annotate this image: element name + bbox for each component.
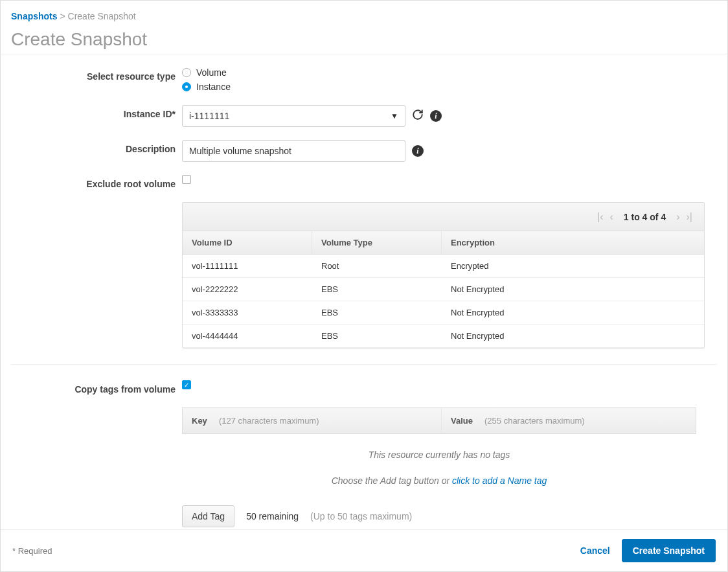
cell-volume-id: vol-2222222 bbox=[183, 278, 312, 301]
breadcrumb: Snapshots > Create Snapshot bbox=[1, 1, 727, 21]
cell-volume-type: EBS bbox=[312, 278, 442, 301]
instance-id-label: Instance ID* bbox=[1, 105, 182, 119]
tags-table-header: Key (127 characters maximum) Value (255 … bbox=[182, 407, 696, 434]
exclude-root-label: Exclude root volume bbox=[1, 175, 182, 189]
radio-icon bbox=[182, 68, 191, 77]
copy-tags-label: Copy tags from volume bbox=[1, 380, 182, 395]
tags-value-label: Value bbox=[451, 416, 473, 426]
table-row[interactable]: vol-4444444EBSNot Encrypted bbox=[183, 325, 704, 348]
table-pager: |‹ ‹ 1 to 4 of 4 › ›| bbox=[183, 203, 704, 231]
col-header-volume-id[interactable]: Volume ID bbox=[183, 231, 312, 254]
cell-volume-id: vol-1111111 bbox=[183, 255, 312, 277]
radio-label: Instance bbox=[196, 82, 231, 92]
cell-encryption: Not Encrypted bbox=[442, 325, 704, 347]
tags-empty-message-2: Choose the Add tag button or click to ad… bbox=[182, 475, 696, 486]
resource-type-volume-option[interactable]: Volume bbox=[182, 67, 231, 78]
description-label: Description bbox=[1, 140, 182, 154]
table-row[interactable]: vol-1111111RootEncrypted bbox=[183, 255, 704, 278]
tags-empty-message-1: This resource currently has no tags bbox=[182, 450, 696, 460]
tags-key-hint: (127 characters maximum) bbox=[219, 416, 319, 426]
breadcrumb-separator: > bbox=[60, 11, 65, 21]
info-icon[interactable]: i bbox=[412, 145, 424, 157]
resource-type-instance-option[interactable]: Instance bbox=[182, 82, 231, 92]
copy-tags-checkbox[interactable]: ✓ bbox=[182, 380, 191, 389]
caret-down-icon: ▼ bbox=[391, 111, 398, 120]
volumes-table: |‹ ‹ 1 to 4 of 4 › ›| Volume ID Volume T… bbox=[182, 202, 705, 349]
table-row[interactable]: vol-3333333EBSNot Encrypted bbox=[183, 301, 704, 325]
create-snapshot-page: Snapshots > Create Snapshot Create Snaps… bbox=[0, 0, 728, 572]
col-header-volume-type[interactable]: Volume Type bbox=[312, 231, 442, 254]
radio-icon bbox=[182, 82, 191, 91]
resource-type-label: Select resource type bbox=[1, 67, 182, 82]
volumes-table-header: Volume ID Volume Type Encryption bbox=[183, 231, 704, 255]
add-tag-row: Add Tag 50 remaining (Up to 50 tags maxi… bbox=[182, 505, 727, 527]
pager-last-icon[interactable]: ›| bbox=[687, 211, 692, 223]
tags-max-hint: (Up to 50 tags maximum) bbox=[310, 511, 412, 521]
instance-id-value: i-1111111 bbox=[189, 111, 229, 121]
info-icon[interactable]: i bbox=[430, 110, 442, 122]
table-row[interactable]: vol-2222222EBSNot Encrypted bbox=[183, 278, 704, 301]
form-area: Select resource type Volume Instance Ins… bbox=[1, 54, 727, 527]
breadcrumb-current: Create Snapshot bbox=[68, 11, 136, 21]
add-name-tag-link[interactable]: click to add a Name tag bbox=[452, 475, 547, 486]
cell-volume-id: vol-3333333 bbox=[183, 301, 312, 324]
volumes-table-body: vol-1111111RootEncryptedvol-2222222EBSNo… bbox=[183, 255, 704, 348]
cell-volume-id: vol-4444444 bbox=[183, 325, 312, 347]
tags-empty-prefix: Choose the Add tag button or bbox=[332, 475, 449, 486]
tags-col-key: Key (127 characters maximum) bbox=[183, 408, 442, 433]
cancel-button[interactable]: Cancel bbox=[580, 545, 610, 556]
radio-label: Volume bbox=[196, 67, 227, 78]
tags-table: Key (127 characters maximum) Value (255 … bbox=[182, 407, 696, 486]
footer: * Required Cancel Create Snapshot bbox=[1, 529, 727, 571]
refresh-icon bbox=[412, 109, 424, 120]
cell-encryption: Not Encrypted bbox=[442, 301, 704, 324]
cell-volume-type: EBS bbox=[312, 301, 442, 324]
description-input[interactable]: Multiple volume snapshot bbox=[182, 140, 405, 162]
pager-next-icon[interactable]: › bbox=[676, 211, 679, 223]
required-hint: * Required bbox=[12, 546, 52, 556]
tags-key-label: Key bbox=[192, 416, 207, 426]
create-snapshot-button[interactable]: Create Snapshot bbox=[622, 539, 716, 562]
tags-col-value: Value (255 characters maximum) bbox=[442, 408, 696, 433]
refresh-button[interactable] bbox=[412, 109, 424, 124]
tags-remaining: 50 remaining bbox=[246, 511, 299, 521]
pager-prev-icon[interactable]: ‹ bbox=[610, 211, 613, 223]
tags-value-hint: (255 characters maximum) bbox=[484, 416, 585, 426]
description-value: Multiple volume snapshot bbox=[189, 146, 291, 156]
page-title: Create Snapshot bbox=[11, 29, 717, 50]
cell-encryption: Not Encrypted bbox=[442, 278, 704, 301]
resource-type-radio-group: Volume Instance bbox=[182, 67, 231, 92]
cell-volume-type: Root bbox=[312, 255, 442, 277]
exclude-root-checkbox[interactable] bbox=[182, 175, 191, 184]
col-header-encryption[interactable]: Encryption bbox=[442, 231, 704, 254]
add-tag-button[interactable]: Add Tag bbox=[182, 505, 234, 527]
cell-encryption: Encrypted bbox=[442, 255, 704, 277]
pager-range: 1 to 4 of 4 bbox=[624, 212, 666, 222]
instance-id-select[interactable]: i-1111111 ▼ bbox=[182, 105, 405, 127]
breadcrumb-parent-link[interactable]: Snapshots bbox=[11, 11, 58, 21]
section-divider bbox=[11, 364, 717, 365]
pager-first-icon[interactable]: |‹ bbox=[597, 211, 603, 223]
cell-volume-type: EBS bbox=[312, 325, 442, 347]
